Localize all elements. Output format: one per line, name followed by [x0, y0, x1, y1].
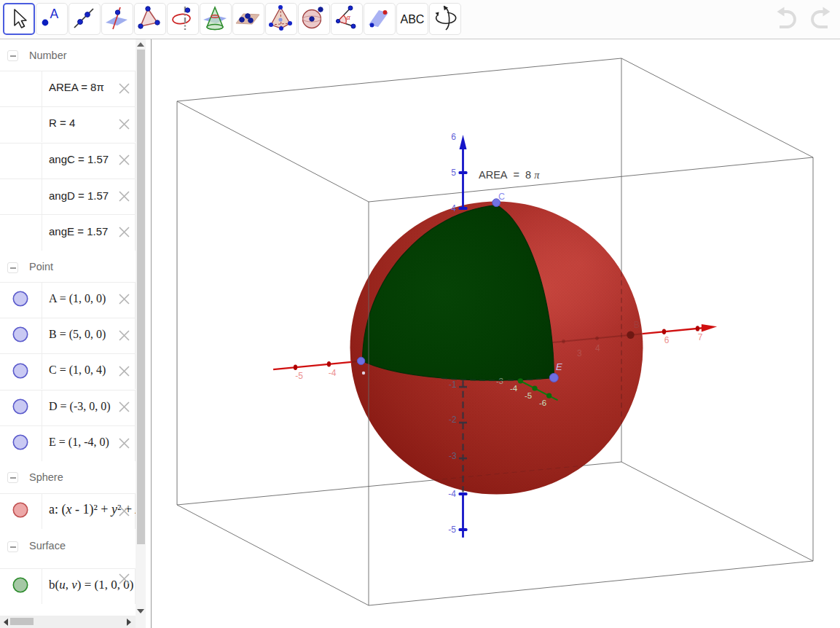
svg-text:-5: -5: [295, 371, 303, 381]
svg-text:A: A: [50, 7, 59, 21]
svg-text:-6: -6: [539, 399, 546, 407]
svg-text:ABC: ABC: [401, 13, 425, 25]
svg-text:-4: -4: [510, 384, 518, 393]
svg-text:4: 4: [595, 343, 600, 353]
svg-text:AREA = 8 π: AREA = 8 π: [479, 169, 540, 181]
svg-text:E: E: [556, 361, 562, 372]
svg-text:6: 6: [664, 335, 670, 345]
svg-text:α: α: [347, 13, 351, 21]
svg-text:3: 3: [577, 348, 582, 358]
svg-text:-1: -1: [449, 380, 457, 390]
svg-text:5: 5: [451, 168, 456, 178]
svg-text:B: B: [634, 320, 640, 330]
svg-text:4: 4: [451, 203, 456, 213]
svg-text:-5: -5: [448, 525, 456, 535]
svg-text:-4: -4: [329, 368, 337, 378]
svg-text:C: C: [498, 192, 505, 202]
svg-text:-2: -2: [449, 415, 457, 425]
svg-text:-5: -5: [525, 391, 532, 400]
svg-text:6: 6: [451, 132, 456, 142]
svg-text:-4: -4: [448, 489, 456, 499]
svg-text:7: 7: [698, 332, 703, 342]
svg-text:-3: -3: [449, 451, 457, 461]
